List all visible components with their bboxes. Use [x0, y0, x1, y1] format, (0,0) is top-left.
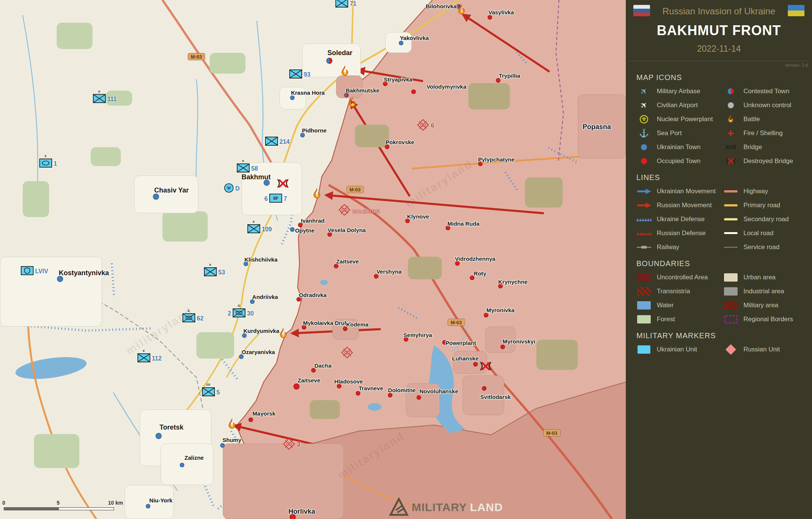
- ukrainian-unit-marker: x112: [137, 353, 150, 364]
- destroyed-bridge-icon: [723, 158, 738, 165]
- ukrainian-movement-icon: [636, 189, 651, 194]
- brand-text-military: MILITARY: [412, 501, 467, 514]
- legend-item: +Fire / Shelling: [723, 126, 810, 140]
- svg-text:SF: SF: [273, 196, 278, 200]
- scale-bar-label: 5: [57, 500, 60, 506]
- town-label: Krynychne: [498, 279, 528, 285]
- map-scale-bar: [4, 507, 114, 510]
- legend-item: Russian Unit: [723, 342, 810, 356]
- town-dot-ru: [484, 313, 488, 317]
- ukrainian-unit-icon: [636, 345, 651, 354]
- ukrainian-unit-marker: LVIV: [21, 266, 34, 277]
- map-canvas[interactable]: militarylandmilitarylandmilitarylandBilo…: [0, 0, 626, 519]
- sidebar-header: Russian Invasion of Ukraine BAKHMUT FRON…: [626, 0, 812, 68]
- town-dot-ua: [242, 333, 247, 338]
- legend-item-label: Military area: [744, 302, 779, 309]
- town-label: Powerplant: [446, 340, 476, 346]
- railway-icon: [636, 246, 651, 249]
- town-label: Niu-York: [149, 497, 172, 504]
- town-label: Horlivka: [288, 508, 315, 516]
- legend-item: Battle: [723, 112, 810, 126]
- legend-item: Russian Defense: [636, 226, 723, 240]
- russian-unit-marker: WAGNER: [338, 203, 351, 218]
- town-dot-ua: [146, 504, 150, 508]
- town-dot-ru: [500, 345, 505, 349]
- battle-fire-icon: [340, 66, 350, 77]
- legend-item-label: Railway: [657, 243, 679, 251]
- unit-number: 3: [295, 441, 300, 448]
- unit-echelon-mark: x: [188, 309, 190, 313]
- town-label: Chasiv Yar: [154, 186, 189, 194]
- legend-item-label: Ukraine Defense: [657, 216, 705, 223]
- town-label: Klynove: [407, 213, 429, 220]
- town-label: Zaitseve: [336, 258, 359, 265]
- russian-unit-icon: [723, 344, 738, 355]
- town-label: Myronivka: [486, 307, 514, 313]
- town-label: Yakovlivka: [400, 35, 429, 41]
- legend-item: Ukrainian Town: [636, 140, 723, 154]
- town-dot-ua: [156, 433, 162, 439]
- service-road-icon: [723, 247, 738, 248]
- forest-patch: [57, 23, 93, 49]
- town-label: Hladosove: [334, 378, 363, 385]
- legend-item: Transnistria: [636, 284, 723, 298]
- unit-number: LVIV: [34, 268, 48, 275]
- contested-town-icon: [723, 88, 738, 94]
- brand-triangle-icon: [389, 497, 409, 517]
- ukrainian-unit-marker: III5: [202, 387, 215, 398]
- road-badge-m03: M-03: [188, 53, 205, 60]
- town-label: Shumy: [222, 437, 241, 443]
- town-label: Svitlodarsk: [480, 394, 511, 400]
- town-label: Bakhmut: [241, 173, 270, 181]
- legend-item-label: Fire / Shelling: [744, 129, 783, 137]
- legend-item-label: Civilian Airport: [657, 102, 698, 109]
- urban-area-icon: [723, 273, 738, 282]
- town-dot-ua: [153, 194, 159, 200]
- ukrainian-unit-marker: x58: [237, 163, 250, 174]
- forest-patch: [408, 257, 442, 279]
- legend-item: ☢Nuclear Powerplant: [636, 112, 723, 126]
- unit-echelon-mark: II: [238, 304, 240, 308]
- legend-item-label: Bridge: [744, 143, 762, 151]
- unit-number: 71: [348, 0, 357, 7]
- forest-patch: [34, 434, 79, 468]
- ukrainian-unit-marker: ΨD: [224, 183, 234, 194]
- town-label: Mayorsk: [253, 410, 276, 417]
- forest-patch: [536, 340, 578, 370]
- legend-item: ✈Military Airbase: [636, 84, 723, 98]
- legend-item-label: Destroyed Bridge: [744, 157, 793, 165]
- battle-icon: [227, 419, 237, 430]
- legend-item: ⚓Sea Port: [636, 126, 723, 140]
- town-label: Klishchiivka: [244, 256, 278, 263]
- town-dot-ua: [220, 443, 225, 448]
- bakhmut-front-map-app: militarylandmilitarylandmilitarylandBilo…: [0, 0, 812, 519]
- ukrainian-unit-marker: x53: [204, 267, 217, 278]
- town-dot-ru: [385, 145, 389, 149]
- town-label: Novoluhanske: [420, 388, 458, 394]
- legend-item: Ukraine Defense: [636, 212, 723, 226]
- town-label: Odradivka: [299, 292, 326, 298]
- legend-item-label: Sea Port: [657, 129, 682, 137]
- unit-number: 5: [215, 389, 220, 396]
- unit-number: 1: [52, 160, 57, 167]
- urban-patch: [161, 444, 213, 485]
- battle-icon: [723, 115, 738, 123]
- svg-text:Ψ: Ψ: [227, 185, 231, 191]
- legend-item-label: Ukrainian Town: [657, 143, 701, 151]
- ukrainian-town-icon: [636, 144, 651, 150]
- industrial-area-icon: [723, 287, 738, 296]
- ukrainian-unit-marker: SF67: [269, 194, 282, 204]
- legend-item-label: Battle: [744, 116, 760, 123]
- legend-item: Industrial area: [723, 284, 810, 298]
- battle-fire-icon: [727, 115, 734, 123]
- town-label: Popasna: [582, 123, 611, 131]
- town-label: Andriivka: [252, 294, 278, 300]
- unit-number: 214: [278, 139, 290, 145]
- town-label: Trypillia: [499, 72, 520, 79]
- ukraine-flag-icon: [788, 5, 804, 16]
- ukrainian-unit-marker: 93: [289, 69, 302, 80]
- unit-echelon-mark: x: [45, 154, 47, 158]
- road-badge-m03: M-03: [346, 186, 364, 193]
- town-dot-ru: [311, 368, 316, 373]
- occupied-town-icon: [636, 158, 651, 164]
